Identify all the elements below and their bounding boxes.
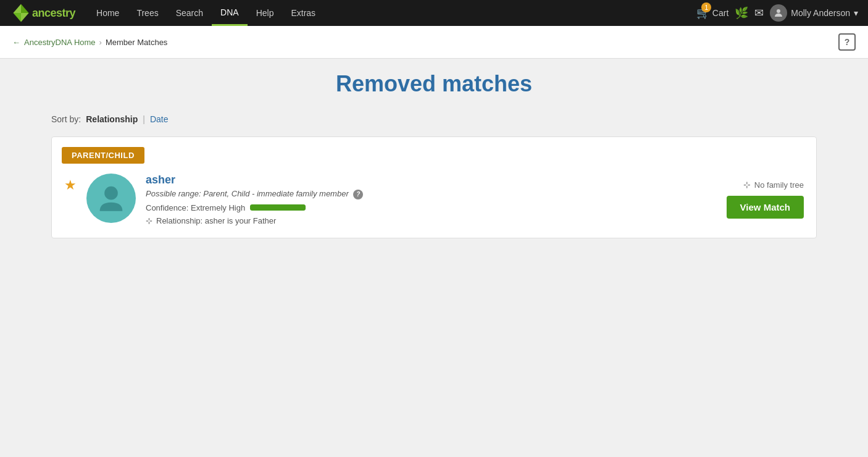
user-name: Molly Anderson <box>791 8 850 18</box>
breadcrumb-bar: ← AncestryDNA Home › Member Matches ? <box>0 26 868 59</box>
back-arrow-icon: ← <box>12 38 20 47</box>
sort-bar: Sort by: Relationship | Date <box>51 114 817 124</box>
match-row: ★ asher Possible range: Parent, Child - … <box>52 174 816 225</box>
sort-relationship[interactable]: Relationship <box>86 114 138 124</box>
no-family-tree: ⊹ No family tree <box>743 180 804 190</box>
sort-label: Sort by: <box>51 114 81 124</box>
relationship-label: Relationship: asher is your Father <box>156 216 276 225</box>
no-family-tree-label: No family tree <box>754 180 804 190</box>
category-badge: PARENT/CHILD <box>62 147 144 164</box>
svg-marker-2 <box>13 13 21 22</box>
nav-links: Home Trees Search DNA Help Extras <box>88 0 696 26</box>
nav-extras[interactable]: Extras <box>282 0 324 26</box>
star-icon[interactable]: ★ <box>64 177 77 193</box>
breadcrumb-home-link[interactable]: AncestryDNA Home <box>24 38 96 47</box>
relationship-icon: ⊹ <box>146 216 152 225</box>
tree-icon: ⊹ <box>743 180 751 190</box>
svg-marker-0 <box>13 4 21 13</box>
breadcrumb-separator: › <box>99 38 102 47</box>
avatar <box>770 4 787 22</box>
confidence-label: Confidence: Extremely High <box>146 203 245 212</box>
breadcrumb-current: Member Matches <box>106 38 167 47</box>
sort-separator: | <box>143 114 145 124</box>
cart-button[interactable]: 1 🛒 Cart <box>696 6 728 20</box>
logo[interactable]: ancestry <box>10 2 75 24</box>
avatar-match <box>86 174 136 223</box>
svg-marker-3 <box>21 13 29 22</box>
nav-home[interactable]: Home <box>88 0 128 26</box>
user-dropdown-arrow: ▾ <box>854 8 858 18</box>
confidence-bar-fill <box>250 204 306 211</box>
confidence-row: Confidence: Extremely High <box>146 203 717 212</box>
relationship-row: ⊹ Relationship: asher is your Father <box>146 216 717 225</box>
match-possible-range: Possible range: Parent, Child - immediat… <box>146 189 717 199</box>
match-section: PARENT/CHILD ★ asher Possible range: Par… <box>51 136 817 238</box>
sort-date[interactable]: Date <box>150 114 169 124</box>
svg-point-4 <box>777 9 780 13</box>
page-title: Removed matches <box>51 71 817 97</box>
match-name-link[interactable]: asher <box>146 174 175 186</box>
navbar: ancestry Home Trees Search DNA Help Extr… <box>0 0 868 26</box>
mail-icon[interactable]: ✉ <box>754 6 764 20</box>
match-info: asher Possible range: Parent, Child - im… <box>146 174 717 225</box>
confidence-bar <box>250 204 306 211</box>
nav-trees[interactable]: Trees <box>128 0 167 26</box>
leaf-icon[interactable]: 🌿 <box>735 6 748 20</box>
svg-marker-1 <box>21 4 29 13</box>
navbar-right: 1 🛒 Cart 🌿 ✉ Molly Anderson ▾ <box>696 4 858 22</box>
nav-dna[interactable]: DNA <box>212 0 248 26</box>
nav-search[interactable]: Search <box>167 0 212 26</box>
possible-range-help-icon[interactable]: ? <box>353 190 363 199</box>
main-content: Removed matches Sort by: Relationship | … <box>33 59 835 263</box>
match-actions: ⊹ No family tree View Match <box>727 174 804 219</box>
help-button[interactable]: ? <box>838 33 856 51</box>
view-match-button[interactable]: View Match <box>727 196 804 219</box>
user-menu[interactable]: Molly Anderson ▾ <box>770 4 858 22</box>
nav-help[interactable]: Help <box>248 0 283 26</box>
cart-label: Cart <box>712 8 728 18</box>
svg-point-5 <box>104 187 118 200</box>
